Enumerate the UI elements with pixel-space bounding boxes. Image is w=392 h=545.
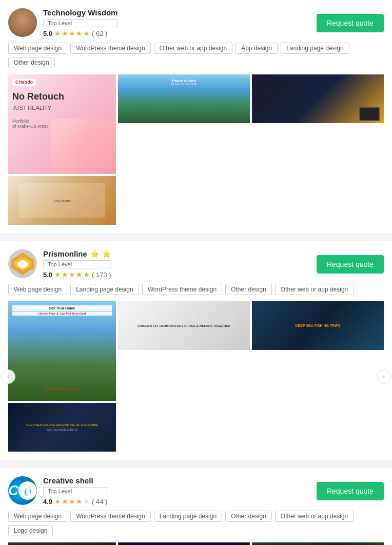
star-3-3: ★: [69, 497, 75, 505]
star-2: ★: [62, 29, 68, 37]
carousel-left-btn-2[interactable]: ‹: [1, 369, 15, 384]
star-2-2: ★: [62, 270, 68, 279]
portfolio-item-pcb[interactable]: QUICK TURN PCB ASSEMBLY MANUFACTURER PRO…: [252, 542, 384, 545]
seller-name-1: Technology Wisdom: [43, 8, 117, 17]
seller-info-3: Creative shell Top Level 4.9 ★ ★ ★ ★ ★ (…: [8, 476, 107, 505]
star-2-4: ★: [76, 270, 83, 279]
tag-app-1[interactable]: App design: [236, 43, 278, 54]
seller-details-3: Creative shell Top Level 4.9 ★ ★ ★ ★ ★ (…: [43, 476, 107, 505]
seller-name-2: Prismonline: [43, 249, 87, 258]
portfolio-item-industry[interactable]: Industrial Design: [8, 542, 116, 545]
rating-row-1: 5.0 ★ ★ ★ ★ ★ ( 62 ): [43, 29, 117, 37]
portfolio-item-island[interactable]: Paloe Island PLAN YOUR TRIP: [118, 74, 250, 123]
portfolio-item-house[interactable]: Sell Your Home Hassle Free & Get The Bes…: [8, 301, 116, 401]
tag-web-page-1[interactable]: Web page design: [8, 43, 67, 54]
portfolio-gallery-1: Criando No RetouchJUST REALITY Portfolio…: [8, 74, 384, 225]
seller-header-2: Prismonline ⭐ ⭐ Top Level 5.0 ★ ★ ★ ★ ★: [8, 249, 384, 279]
divider-1: [0, 237, 392, 241]
star-3-1: ★: [54, 497, 61, 505]
seller-info-2: Prismonline ⭐ ⭐ Top Level 5.0 ★ ★ ★ ★ ★: [8, 249, 111, 279]
review-count-3: ( 44 ): [92, 498, 107, 505]
star-5: ★: [83, 29, 90, 37]
tag-other-2[interactable]: Other design: [225, 284, 272, 295]
top-level-badge-1: Top Level: [43, 19, 117, 27]
tag-landing-1[interactable]: Landing page design: [281, 43, 349, 54]
tags-row-2: Web page design Landing page design Word…: [8, 284, 384, 295]
star-4: ★: [76, 29, 83, 37]
tag-wordpress-2[interactable]: WordPress theme design: [142, 284, 223, 295]
tags-row-3: Web page design WordPress theme design L…: [8, 511, 384, 536]
rating-score-2: 5.0: [43, 271, 52, 279]
tag-wordpress-3[interactable]: WordPress theme design: [70, 511, 151, 522]
avatar-2: [8, 249, 37, 278]
portfolio-gallery-3: Industrial Design SHAPING SMART CITIES A…: [8, 542, 384, 545]
tag-web-page-3[interactable]: Web page design: [8, 511, 67, 522]
tag-other-web-1[interactable]: Other web or app design: [154, 43, 232, 54]
stars-1: ★ ★ ★ ★ ★: [54, 29, 90, 37]
svg-point-3: [18, 481, 37, 500]
tag-other-web-3[interactable]: Other web or app design: [275, 511, 354, 522]
request-quote-btn-3[interactable]: Request quote: [317, 482, 384, 500]
portfolio-item-medical[interactable]: FRISCO'S 1ST DERMATOLOGY OFFICE & MEDSPA…: [118, 301, 250, 350]
portfolio-gallery-2: ‹ › Sell Your Home Hassle Free & Get The…: [8, 301, 384, 452]
tag-logo-3[interactable]: Logo design: [8, 525, 53, 536]
portfolio-item-smart-city[interactable]: SHAPING SMART CITIES ActiC Our Products …: [118, 542, 250, 545]
seller-card-1: 1 Technology Wisdom Top Level 5.0 ★ ★ ★: [0, 0, 392, 233]
tag-wordpress-1[interactable]: WordPress theme design: [70, 43, 151, 54]
top-level-badge-2: Top Level: [43, 260, 111, 268]
review-count-1: ( 62 ): [92, 30, 107, 37]
stars-2: ★ ★ ★ ★ ★: [54, 270, 90, 279]
top-level-badge-3: Top Level: [43, 487, 107, 495]
seller-card-3: 3 Creative shell Top Level 4.9: [0, 468, 392, 545]
star-1: ★: [54, 29, 61, 37]
portfolio-item-fishing[interactable]: DEEP SEA FISHING TRIPS: [252, 301, 384, 350]
star-2-5: ★: [83, 270, 90, 279]
star-2-3: ★: [69, 270, 75, 279]
star-3: ★: [69, 29, 75, 37]
request-quote-btn-2[interactable]: Request quote: [317, 255, 384, 274]
tag-other-3[interactable]: Other design: [225, 511, 272, 522]
seller-header-3: Creative shell Top Level 4.9 ★ ★ ★ ★ ★ (…: [8, 476, 384, 505]
seller-details-2: Prismonline ⭐ ⭐ Top Level 5.0 ★ ★ ★ ★ ★: [43, 249, 111, 279]
portfolio-item-makeup[interactable]: Criando No RetouchJUST REALITY Portfolio…: [8, 74, 116, 174]
portfolio-item-fishing2[interactable]: DEEP SEA FISHING ADVENTURE OF A LIFETIME…: [8, 403, 116, 452]
carousel-right-btn-2[interactable]: ›: [377, 369, 391, 384]
tags-row-1: Web page design WordPress theme design O…: [8, 43, 384, 68]
divider-2: [0, 464, 392, 468]
rating-score-1: 5.0: [43, 30, 52, 37]
portfolio-item-arts[interactable]: Arts Design: [8, 176, 116, 225]
rating-score-3: 4.9: [43, 498, 52, 505]
portfolio-item-device[interactable]: [252, 74, 384, 123]
star-2-1: ★: [54, 270, 61, 279]
rating-row-3: 4.9 ★ ★ ★ ★ ★ ( 44 ): [43, 497, 107, 505]
review-count-2: ( 173 ): [92, 271, 111, 279]
stars-3: ★ ★ ★ ★ ★: [54, 497, 90, 505]
seller-info-1: Technology Wisdom Top Level 5.0 ★ ★ ★ ★ …: [8, 8, 117, 37]
star-3-5: ★: [83, 497, 90, 505]
seller-card-2: 2 Prismonline ⭐ ⭐: [0, 241, 392, 460]
seller-header-1: Technology Wisdom Top Level 5.0 ★ ★ ★ ★ …: [8, 8, 384, 37]
star-3-2: ★: [62, 497, 68, 505]
tag-other-web-2[interactable]: Other web or app design: [275, 284, 354, 295]
rating-row-2: 5.0 ★ ★ ★ ★ ★ ( 173 ): [43, 270, 111, 279]
tag-web-page-2[interactable]: Web page design: [8, 284, 67, 295]
seller-details-1: Technology Wisdom Top Level 5.0 ★ ★ ★ ★ …: [43, 8, 117, 37]
avatar-1: [8, 8, 37, 37]
star-3-4: ★: [76, 497, 83, 505]
tag-other-1[interactable]: Other design: [8, 57, 55, 68]
avatar-3: [8, 476, 37, 505]
seller-name-3: Creative shell: [43, 476, 107, 485]
tag-landing-3[interactable]: Landing page design: [154, 511, 222, 522]
tag-landing-2[interactable]: Landing page design: [70, 284, 139, 295]
request-quote-btn-1[interactable]: Request quote: [317, 14, 384, 32]
